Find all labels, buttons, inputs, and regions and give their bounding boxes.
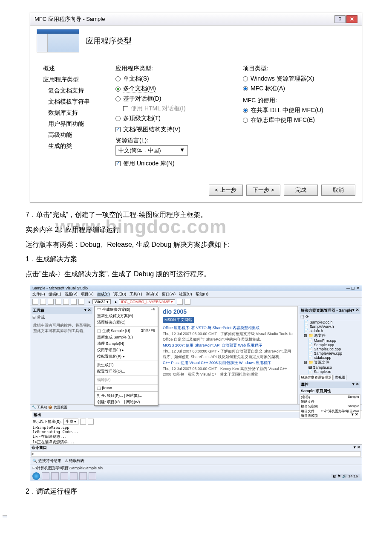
cancel-button[interactable]: 取消 (321, 185, 355, 196)
dd-rebuild-solution[interactable]: 重新生成解决方案(R) (95, 313, 158, 319)
radio-dialog[interactable] (115, 96, 121, 101)
file-item[interactable]: 📄 MainFrm.cpp (300, 338, 360, 343)
nav-advanced[interactable]: 高级功能 (43, 131, 103, 139)
radio-toplevel[interactable] (115, 116, 121, 121)
radio-mdi[interactable] (115, 87, 121, 92)
file-item[interactable]: 📄 SampleView.h (300, 324, 360, 329)
dd-build-sample[interactable]: ⬚ 生成 Sample (U)Shift+F6 (95, 328, 158, 334)
dd-batch[interactable]: 批生成(T)... (95, 362, 158, 368)
nav-overview[interactable]: 概述 (43, 65, 103, 72)
lt-resview[interactable]: 📦 资源视图 (48, 405, 67, 409)
menu-build[interactable]: 生成(B) (97, 292, 110, 297)
menu-debug[interactable]: 调试(D) (113, 292, 127, 297)
dd-clean-solution[interactable]: 清理解决方案(C) (95, 319, 158, 326)
nav-ui[interactable]: 用户界面功能 (43, 120, 103, 128)
check-unicode[interactable] (115, 161, 121, 166)
file-item[interactable]: 📄 SampleDoc.h (300, 320, 360, 324)
out-btn-icon[interactable] (80, 419, 86, 425)
tb-paste-icon[interactable] (78, 299, 84, 305)
file-item[interactable]: 📄 SampleDoc.cpp (300, 347, 360, 351)
file-item[interactable]: 📄 Sample.cpp (300, 343, 360, 347)
task-icon[interactable] (79, 472, 87, 480)
tb-cut-icon[interactable] (63, 299, 69, 305)
radio-sdi[interactable] (115, 76, 121, 81)
solution-tree: 📄 SampleDoc.h 📄 SampleView.h 📄 stdafx.h … (300, 320, 360, 374)
language-select[interactable]: 中文(简体，中国) ▼ (115, 145, 188, 156)
layer-combo[interactable]: IDC_COMBO_LAYERNAME ▾ (119, 299, 175, 304)
output-src-combo[interactable]: 生成 ▾ (63, 419, 79, 425)
dd-configmgr[interactable]: 配置管理器(O)... (95, 368, 158, 375)
news-link-2[interactable]: MOSS 2007: 使用 SharePoint API 自动部署 Web 应用… (163, 343, 294, 348)
finish-button[interactable]: 完成 (284, 185, 318, 196)
tb-copy-icon[interactable] (71, 299, 77, 305)
tray-icon[interactable]: ⚑ (337, 474, 341, 478)
start-orb-icon[interactable] (32, 472, 40, 480)
tab-findsymbol[interactable]: 🔍 查找符号结果 (32, 458, 61, 464)
news-link-1[interactable]: Office 应用程序: 将 VSTO 与 SharePoint 内容类型相集成 (163, 325, 294, 331)
out-btn2-icon[interactable] (88, 419, 94, 425)
tb-misc-icon[interactable] (177, 299, 183, 305)
dd-rebuild-sample[interactable]: 重新生成 Sample (E) (95, 334, 158, 341)
nav-apptype[interactable]: 应用程序类型 (43, 76, 103, 84)
tray-icon[interactable]: ◐ (333, 474, 336, 478)
panel-close-icon[interactable]: ▾ ✕ (352, 308, 359, 313)
tb-saveall-icon[interactable] (55, 299, 61, 305)
para-click: 点击"生成-〉生成解决方案", 生成了 Debug 版的可运行程序。 (26, 268, 366, 280)
folder-source[interactable]: ⊟ 📁 源文件 (300, 333, 360, 338)
task-icon[interactable] (42, 472, 49, 480)
prop-name-value: Sample (348, 395, 359, 399)
news-link-3[interactable]: C++ Plus: 使用 Visual C++ 2008 功能包加强 Windo… (163, 360, 294, 366)
menu-tools[interactable]: 工具(T) (130, 292, 142, 297)
menu-window[interactable]: 窗口(W) (162, 292, 176, 297)
folder-resource[interactable]: ⊟ 📁 资源文件 (300, 360, 360, 365)
task-icon[interactable] (70, 472, 78, 480)
file-item[interactable]: 📄 stdafx.h (300, 329, 360, 333)
tb-new-icon[interactable] (32, 299, 38, 305)
menu-edit[interactable]: 编辑(E) (49, 292, 61, 297)
next-button[interactable]: 下一步 > (246, 185, 280, 196)
file-item[interactable]: 📄 stdafx.cpp (300, 356, 360, 360)
menu-help[interactable]: 帮助(H) (196, 292, 209, 297)
tb-open-icon[interactable] (40, 299, 46, 305)
check-docview[interactable] (115, 127, 121, 132)
radio-explorer[interactable] (243, 76, 248, 81)
menu-view[interactable]: 视图(V) (65, 292, 78, 297)
task-icon[interactable] (89, 472, 96, 480)
radio-shared-dll[interactable] (243, 108, 248, 113)
radio-static-lib[interactable] (243, 118, 248, 123)
close-button[interactable]: ✕ (346, 15, 357, 23)
tb-save-icon[interactable] (48, 299, 54, 305)
tb-misc2-icon[interactable] (184, 299, 190, 305)
cmd-input[interactable]: > (31, 451, 361, 457)
toolbox-group[interactable]: 常规 (37, 315, 45, 319)
dd-optimize[interactable]: 按配置优化(P) ▸ (95, 353, 158, 360)
dd-build-solution[interactable]: ⬚ 生成解决方案(B)F6 (95, 306, 158, 313)
panel-pin-icon[interactable]: ▾ ✕ (84, 308, 91, 313)
file-item[interactable]: 🖼 Sample.ico (300, 365, 360, 370)
menu-community[interactable]: 社区(C) (179, 292, 192, 297)
menu-file[interactable]: 文件(F) (32, 292, 45, 297)
task-icon[interactable] (51, 472, 59, 480)
dd-project-only[interactable]: 仅用于项目(J) ▸ (95, 347, 158, 353)
file-item[interactable]: 📄 Sample.rc (300, 370, 360, 374)
nav-classes[interactable]: 生成的类 (43, 142, 103, 150)
tab-errorlist[interactable]: ⚠ 错误列表 (65, 458, 85, 464)
dd-clean-sample[interactable]: 清理 Sample(N) (95, 341, 158, 347)
dd-jixuan[interactable]: ⬚ jixuan (95, 385, 158, 390)
file-item[interactable]: 📄 SampleView.cpp (300, 351, 360, 356)
config-combo[interactable]: Win32 ▾ (92, 299, 111, 304)
prev-button[interactable]: < 上一步 (209, 185, 243, 196)
mfcuse-label: MFC 的使用: (243, 97, 349, 104)
nav-compound[interactable]: 复合文档支持 (43, 87, 103, 95)
nav-doctemplate[interactable]: 文档模板字符串 (43, 98, 103, 106)
task-icon[interactable] (61, 472, 68, 480)
tab-solution[interactable]: 解决方案资源管理器 (300, 375, 333, 380)
help-button[interactable]: ? (334, 15, 346, 23)
tray-icon[interactable]: 🔊 (342, 474, 347, 478)
menu-test[interactable]: 测试(S) (146, 292, 159, 297)
tab-classview[interactable]: 类视图 (334, 375, 346, 380)
lt-toolbox[interactable]: 🔧 工具箱 (32, 405, 47, 409)
menu-project[interactable]: 项目(P) (81, 292, 94, 297)
nav-database[interactable]: 数据库支持 (43, 109, 103, 117)
radio-mfcstd[interactable] (243, 86, 248, 91)
